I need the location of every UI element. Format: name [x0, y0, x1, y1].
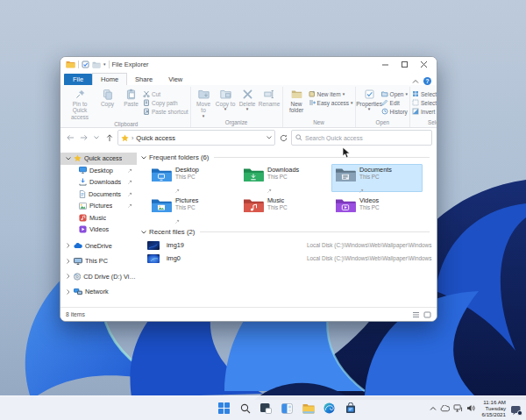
search-box[interactable]: [291, 130, 432, 146]
taskbar-clock[interactable]: 11:16 AM Tuesday 6/15/2021: [480, 399, 508, 418]
file-row-img19[interactable]: img19 Local Disk (C:)\Windows\Web\Wallpa…: [147, 238, 430, 252]
up-button[interactable]: [104, 132, 115, 144]
copy-to-button[interactable]: Copy to ▾: [215, 87, 237, 111]
properties-button[interactable]: Properties ▾: [358, 87, 381, 111]
sidebar-item-this-pc[interactable]: This PC: [60, 255, 137, 267]
rename-button[interactable]: Rename: [259, 87, 281, 107]
folder-tile-pictures[interactable]: Pictures This PC: [147, 195, 238, 223]
group-label-clipboard: Clipboard: [64, 120, 188, 128]
file-row-img0[interactable]: img0 Local Disk (C:)\Windows\Web\Wallpap…: [147, 252, 430, 265]
taskbar-search-button[interactable]: [238, 401, 252, 416]
copy-path-button[interactable]: Copy path: [143, 98, 188, 107]
sidebar-item-documents[interactable]: Documents: [60, 189, 137, 201]
section-collapse-icon[interactable]: [141, 156, 146, 160]
volume-tray-icon[interactable]: [466, 404, 476, 412]
title-bar[interactable]: ▾ File Explorer: [60, 57, 437, 72]
tab-share[interactable]: Share: [127, 74, 160, 85]
ribbon-group-organize: Move to ▾ Copy to ▾ Delete: [191, 87, 283, 127]
easy-access-button[interactable]: Easy access ▾: [309, 98, 353, 107]
chevron-collapsed-icon[interactable]: [67, 259, 70, 264]
large-icons-view-icon[interactable]: [423, 311, 431, 318]
network-tray-icon[interactable]: [453, 404, 463, 412]
select-none-button[interactable]: Select none: [412, 98, 437, 107]
chevron-collapsed-icon[interactable]: [67, 243, 70, 248]
select-all-button[interactable]: Select all: [412, 89, 437, 98]
edit-button[interactable]: Edit: [381, 98, 408, 107]
chevron-expanded-icon[interactable]: [66, 157, 71, 160]
quick-access-toolbar: ▾ File Explorer: [66, 61, 149, 68]
tray-overflow-chevron-icon[interactable]: [430, 406, 437, 411]
task-view-icon: [260, 403, 272, 414]
chevron-collapsed-icon[interactable]: [67, 289, 70, 295]
select-all-icon: [412, 90, 419, 97]
cut-button[interactable]: Cut: [143, 89, 188, 98]
onedrive-tray-icon[interactable]: [440, 405, 450, 412]
sidebar-item-pictures[interactable]: Pictures: [60, 200, 137, 212]
section-recent-files[interactable]: Recent files (2): [141, 228, 430, 236]
open-button[interactable]: Open ▾: [381, 89, 408, 98]
sidebar-item-quick-access[interactable]: Quick access: [60, 153, 137, 165]
tab-home[interactable]: Home: [92, 73, 127, 85]
move-to-button[interactable]: Move to ▾: [193, 87, 215, 118]
details-view-icon[interactable]: [412, 311, 420, 318]
close-button[interactable]: [414, 58, 433, 71]
tab-view[interactable]: View: [160, 74, 190, 85]
sidebar-item-onedrive[interactable]: OneDrive: [60, 240, 137, 253]
sidebar-item-desktop[interactable]: Desktop: [60, 165, 137, 177]
clock-date: 6/15/2021: [481, 411, 506, 417]
address-dropdown-icon[interactable]: [267, 136, 272, 139]
clock-time: 11:16 AM: [481, 399, 506, 405]
sidebar-item-downloads[interactable]: Downloads: [60, 176, 137, 189]
quick-access-star-icon: [74, 154, 82, 162]
folder-tile-desktop[interactable]: Desktop This PC: [147, 164, 238, 192]
task-view-button[interactable]: [259, 401, 274, 416]
qat-new-folder-icon[interactable]: [92, 61, 101, 68]
tab-file[interactable]: File: [64, 74, 92, 85]
copy-path-icon: [143, 99, 150, 106]
sidebar-item-cd-drive[interactable]: CD Drive (D:) Virtual: [60, 271, 137, 283]
store-button[interactable]: [343, 401, 358, 416]
window-title: File Explorer: [112, 61, 149, 68]
new-folder-button[interactable]: New folder: [285, 87, 309, 114]
ribbon-group-clipboard: Pin to Quick access Copy Paste: [62, 87, 191, 127]
sidebar-item-videos[interactable]: Videos: [60, 224, 137, 236]
address-bar[interactable]: › Quick access: [117, 130, 275, 146]
paste-shortcut-button[interactable]: Paste shortcut: [143, 107, 188, 116]
sidebar-item-music[interactable]: Music: [60, 212, 137, 224]
caret-icon: ▾: [246, 107, 249, 111]
pin-icon: [175, 219, 180, 224]
search-input[interactable]: [305, 135, 428, 141]
section-frequent-folders[interactable]: Frequent folders (6): [141, 153, 430, 161]
folder-tile-music[interactable]: Music This PC: [239, 195, 331, 223]
sidebar-item-network[interactable]: Network: [60, 286, 137, 298]
copy-icon: [102, 89, 113, 100]
section-collapse-icon[interactable]: [141, 231, 146, 234]
folder-tile-downloads[interactable]: Downloads This PC: [239, 164, 331, 192]
taskbar-file-explorer-button[interactable]: [301, 401, 316, 416]
qat-properties-icon[interactable]: [82, 61, 89, 68]
forward-button[interactable]: [78, 132, 89, 144]
notification-center-button[interactable]: [511, 403, 522, 414]
qat-customize-caret-icon[interactable]: ▾: [103, 62, 106, 67]
minimize-button[interactable]: [375, 58, 394, 71]
start-button[interactable]: [217, 401, 231, 416]
copy-button[interactable]: Copy: [96, 87, 119, 107]
new-item-button[interactable]: New item ▾: [309, 89, 353, 98]
pin-to-quick-access-button[interactable]: Pin to Quick access: [64, 87, 96, 120]
recent-locations-button[interactable]: [91, 132, 102, 144]
widgets-button[interactable]: [280, 401, 295, 416]
history-button[interactable]: History: [381, 107, 408, 116]
edge-button[interactable]: [322, 401, 337, 416]
chevron-collapsed-icon[interactable]: [67, 274, 70, 279]
folder-tile-videos[interactable]: Videos This PC: [331, 195, 423, 223]
back-button[interactable]: [65, 132, 75, 144]
collapse-ribbon-icon[interactable]: [412, 79, 419, 84]
help-icon[interactable]: ?: [423, 77, 431, 85]
folder-tile-documents[interactable]: Documents This PC: [331, 164, 423, 192]
paste-button[interactable]: Paste: [119, 87, 143, 107]
maximize-button[interactable]: [394, 58, 414, 71]
delete-button[interactable]: Delete ▾: [237, 87, 259, 111]
invert-selection-button[interactable]: Invert selection: [412, 107, 437, 116]
breadcrumb-location[interactable]: Quick access: [136, 134, 175, 142]
refresh-button[interactable]: [278, 132, 288, 144]
